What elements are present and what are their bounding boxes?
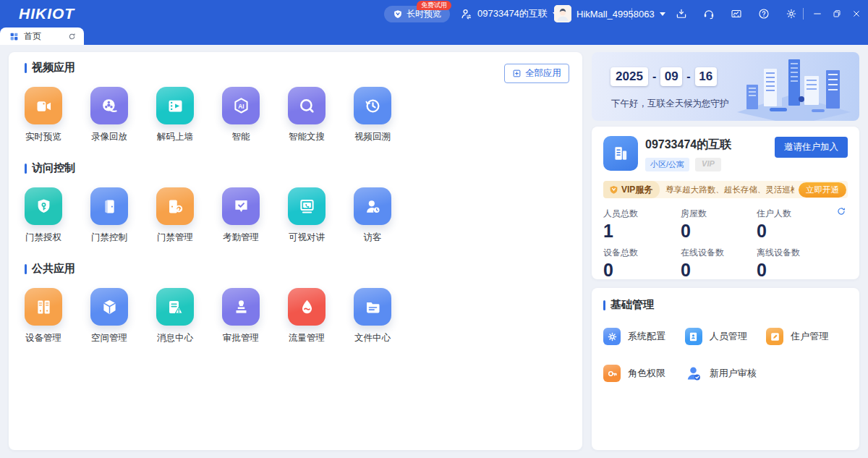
mgmt-resident-mgmt[interactable]: 住户管理 [766, 328, 848, 345]
mgmt-label: 人员管理 [710, 330, 747, 343]
all-apps-button[interactable]: 全部应用 [504, 64, 569, 83]
restore-window-button[interactable] [831, 8, 843, 20]
app-label: 空间管理 [91, 332, 127, 344]
divider [803, 8, 804, 20]
date-month: 09 [660, 67, 682, 86]
app-label: 智能 [232, 131, 250, 143]
community-type-badge: 小区/公寓 [645, 158, 689, 171]
app-attendance[interactable]: 考勤管理 [222, 187, 260, 244]
download-icon[interactable] [675, 7, 688, 20]
app-decode-wall[interactable]: 解码上墙 [156, 87, 194, 143]
app-space-mgmt[interactable]: 空间管理 [90, 288, 128, 344]
app-live-view[interactable]: 实时预览 [25, 87, 62, 143]
device-mgmt-icon[interactable] [25, 288, 62, 326]
settings-gear-icon[interactable] [785, 7, 798, 20]
playback-icon[interactable] [90, 87, 128, 124]
access-auth-icon[interactable] [25, 187, 62, 225]
app-file-center[interactable]: 文件中心 [354, 288, 391, 344]
vip-benefits-text: 尊享超大路数、超长存储、灵活巡检等超值权益 [665, 185, 794, 195]
headset-support-icon[interactable] [702, 7, 715, 20]
apps-panel: 全部应用 视频应用实时预览录像回放解码上墙AI智能智能文搜视频回溯访问控制门禁授… [9, 52, 582, 450]
door-mgmt-icon[interactable] [156, 187, 194, 225]
org-name: 09733474的互联 [477, 7, 548, 20]
refresh-icon[interactable] [67, 32, 77, 41]
tab-home-label: 首页 [24, 30, 62, 43]
stat-设备总数: 设备总数0 [603, 247, 681, 281]
account-name: HikMall_49958063 [576, 9, 655, 20]
stats-refresh-icon[interactable] [836, 206, 846, 219]
section-title: 视频应用 [32, 61, 75, 75]
app-label: 录像回放 [91, 131, 127, 143]
app-visitor[interactable]: 访客 [354, 187, 391, 244]
minimize-button[interactable] [812, 8, 823, 20]
ai-icon[interactable]: AI [222, 87, 260, 124]
org-switcher[interactable]: 09733474的互联 [460, 0, 558, 27]
community-name: 09733474的互联 [645, 137, 731, 153]
app-video-backtrack[interactable]: 视频回溯 [354, 87, 391, 143]
svg-text:AI: AI [238, 102, 244, 109]
app-ai[interactable]: AI智能 [222, 87, 260, 143]
mgmt-role-perm[interactable]: 角色权限 [603, 365, 685, 382]
close-button[interactable] [851, 8, 862, 20]
app-device-mgmt[interactable]: 设备管理 [25, 288, 62, 344]
video-backtrack-icon[interactable] [354, 87, 391, 124]
app-access-auth[interactable]: 门禁授权 [25, 187, 62, 244]
stat-在线设备数: 在线设备数0 [681, 247, 757, 281]
intercom-icon[interactable] [288, 187, 326, 225]
visitor-icon[interactable] [354, 187, 391, 225]
app-smart-search[interactable]: 智能文搜 [288, 87, 326, 143]
door-control-icon[interactable] [90, 187, 128, 225]
app-approval[interactable]: 审批管理 [222, 288, 260, 344]
vip-shield-icon [609, 185, 618, 195]
help-icon[interactable] [757, 7, 770, 20]
vip-activate-button[interactable]: 立即开通 [799, 182, 846, 198]
community-building-icon [603, 136, 638, 171]
decode-wall-icon[interactable] [156, 87, 194, 124]
section-title: 公共应用 [32, 262, 75, 276]
app-label: 门禁控制 [91, 232, 127, 244]
app-sections: 视频应用实时预览录像回放解码上墙AI智能智能文搜视频回溯访问控制门禁授权门禁控制… [25, 61, 566, 344]
attendance-icon[interactable] [222, 187, 260, 225]
live-view-icon[interactable] [25, 87, 62, 124]
smart-search-icon[interactable] [288, 87, 326, 124]
mgmt-sys-config[interactable]: 系统配置 [603, 328, 685, 345]
app-logo: HIKIOT [19, 5, 75, 22]
invite-resident-button[interactable]: 邀请住户加入 [775, 137, 848, 158]
stat-value: 0 [757, 221, 848, 242]
stat-label: 人员总数 [603, 208, 681, 220]
app-label: 考勤管理 [223, 232, 259, 244]
app-traffic[interactable]: 流量管理 [288, 288, 326, 344]
app-intercom[interactable]: 可视对讲 [288, 187, 326, 244]
avatar[interactable] [554, 5, 571, 22]
mgmt-person-mgmt[interactable]: 人员管理 [685, 328, 767, 345]
mgmt-label: 角色权限 [628, 367, 665, 380]
message-center-icon[interactable] [156, 288, 194, 326]
approval-icon[interactable] [222, 288, 260, 326]
space-mgmt-icon[interactable] [90, 288, 128, 326]
file-center-icon[interactable] [354, 288, 391, 326]
grid-apps-icon [9, 32, 19, 41]
resident-mgmt-icon [766, 328, 783, 345]
section-accent-bar [603, 300, 605, 310]
account-menu[interactable]: HikMall_49958063 [576, 0, 665, 27]
role-perm-icon [603, 365, 621, 382]
app-door-control[interactable]: 门禁控制 [90, 187, 128, 244]
app-label: 设备管理 [25, 332, 61, 344]
traffic-icon[interactable] [288, 288, 326, 326]
date-day: 16 [695, 67, 717, 86]
user-switch-icon [460, 8, 472, 20]
app-label: 消息中心 [157, 332, 193, 344]
device-monitor-icon[interactable] [730, 7, 743, 20]
stat-value: 1 [603, 221, 681, 242]
greeting-text: 下午好，互联全天候为您守护 [611, 98, 729, 110]
app-label: 解码上墙 [157, 131, 193, 143]
tab-home[interactable]: 首页 [0, 27, 84, 45]
sys-config-icon [603, 328, 621, 345]
app-playback[interactable]: 录像回放 [90, 87, 128, 143]
stat-离线设备数: 离线设备数0 [757, 247, 848, 281]
app-label: 审批管理 [223, 332, 259, 344]
mgmt-user-review[interactable]: 新用户审核 [685, 365, 767, 382]
app-message-center[interactable]: 消息中心 [156, 288, 194, 344]
vip-banner: VIP服务 尊享超大路数、超长存储、灵活巡检等超值权益 立即开通 [603, 181, 848, 198]
app-door-mgmt[interactable]: 门禁管理 [156, 187, 194, 244]
